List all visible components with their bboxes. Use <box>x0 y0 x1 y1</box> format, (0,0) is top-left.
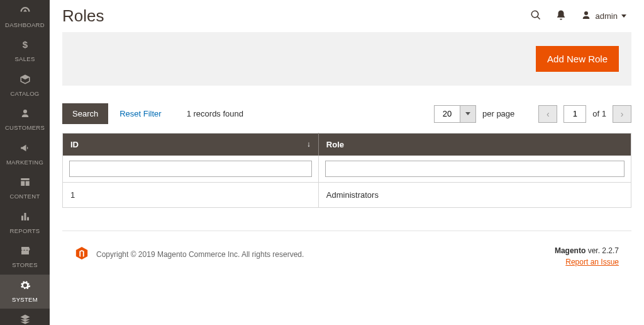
user-icon <box>580 9 592 23</box>
sort-asc-icon: ↓ <box>307 140 311 149</box>
header-actions: admin <box>530 9 626 23</box>
filter-role-input[interactable] <box>325 161 625 177</box>
header: Roles admin <box>50 0 644 32</box>
table-row[interactable]: 1 Administrators <box>63 183 631 208</box>
user-menu[interactable]: admin <box>580 9 626 23</box>
brand-name: Magento <box>555 246 586 255</box>
sidebar-item-label: MARKETING <box>6 159 43 166</box>
layout-icon <box>19 176 31 191</box>
sidebar-item-content[interactable]: CONTENT <box>0 171 50 205</box>
action-bar: Add New Role <box>62 32 631 86</box>
box-icon <box>19 74 31 88</box>
filter-id-input[interactable] <box>69 161 312 177</box>
sidebar: DASHBOARD $ SALES CATALOG CUSTOMERS MARK… <box>0 0 50 325</box>
chevron-down-icon <box>465 112 470 115</box>
sidebar-item-label: SALES <box>14 56 35 62</box>
sidebar-item-reports[interactable]: REPORTS <box>0 206 50 240</box>
storefront-icon <box>19 245 31 259</box>
gauge-icon <box>18 5 32 20</box>
grid-controls: Search Reset Filter 1 records found per … <box>62 103 631 124</box>
search-icon[interactable] <box>530 9 541 23</box>
content: Add New Role Search Reset Filter 1 recor… <box>50 32 644 266</box>
megaphone-icon <box>19 142 31 157</box>
sidebar-item-customers[interactable]: CUSTOMERS <box>0 103 50 137</box>
sidebar-item-stores[interactable]: STORES <box>0 240 50 274</box>
dollar-icon: $ <box>19 39 31 54</box>
per-page-dropdown-button[interactable] <box>460 105 476 123</box>
sidebar-item-label: STORES <box>12 262 38 268</box>
add-new-role-button[interactable]: Add New Role <box>536 46 619 72</box>
sidebar-item-partners[interactable]: FIND PARTNERS <box>0 309 50 325</box>
chevron-right-icon: › <box>621 109 624 119</box>
gear-icon <box>19 280 31 294</box>
chevron-down-icon <box>621 14 626 18</box>
footer: Copyright © 2019 Magento Commerce Inc. A… <box>62 231 631 266</box>
pager-current-input[interactable] <box>564 105 586 123</box>
col-id-header[interactable]: ID ↓ <box>63 134 319 156</box>
svg-text:$: $ <box>22 39 28 50</box>
per-page-input[interactable] <box>434 105 460 123</box>
sidebar-item-label: DASHBOARD <box>5 22 45 28</box>
search-button[interactable]: Search <box>62 103 108 124</box>
partners-icon <box>19 314 31 325</box>
pager-prev-button[interactable]: ‹ <box>538 105 557 123</box>
col-role-header[interactable]: Role <box>318 134 631 156</box>
col-id-label: ID <box>70 140 79 149</box>
roles-table: ID ↓ Role 1 Administrators <box>62 133 631 208</box>
bell-icon[interactable] <box>555 9 567 23</box>
sidebar-item-label: REPORTS <box>10 228 40 234</box>
bar-chart-icon <box>19 211 31 225</box>
pager-next-button[interactable]: › <box>613 105 631 123</box>
cell-id: 1 <box>63 183 319 208</box>
sidebar-item-system[interactable]: SYSTEM <box>0 275 50 309</box>
magento-logo-icon <box>75 246 89 262</box>
person-icon <box>19 108 31 122</box>
cell-role: Administrators <box>318 183 631 208</box>
sidebar-item-label: SYSTEM <box>12 297 38 303</box>
per-page-label: per page <box>482 109 514 118</box>
version: Magento ver. 2.2.7 <box>555 246 619 255</box>
sidebar-item-dashboard[interactable]: DASHBOARD <box>0 0 50 34</box>
copyright: Copyright © 2019 Magento Commerce Inc. A… <box>96 250 304 259</box>
version-number: ver. 2.2.7 <box>588 246 619 255</box>
page-title: Roles <box>62 6 530 26</box>
report-issue-link[interactable]: Report an Issue <box>565 258 619 266</box>
pager-of-label: of 1 <box>592 109 606 118</box>
sidebar-item-label: CATALOG <box>10 91 39 97</box>
sidebar-item-catalog[interactable]: CATALOG <box>0 69 50 103</box>
sidebar-item-sales[interactable]: $ SALES <box>0 34 50 68</box>
sidebar-item-label: CONTENT <box>9 193 40 200</box>
filter-row <box>63 156 631 183</box>
pager: per page ‹ of 1 › <box>434 105 631 123</box>
col-role-label: Role <box>326 140 344 149</box>
user-name: admin <box>596 11 618 21</box>
sidebar-item-label: CUSTOMERS <box>5 125 45 131</box>
reset-filter-link[interactable]: Reset Filter <box>119 109 161 118</box>
main: Roles admin Add New Role Search Reset Fi… <box>50 0 644 325</box>
chevron-left-icon: ‹ <box>547 109 550 119</box>
sidebar-item-marketing[interactable]: MARKETING <box>0 137 50 171</box>
records-found: 1 records found <box>187 109 243 118</box>
